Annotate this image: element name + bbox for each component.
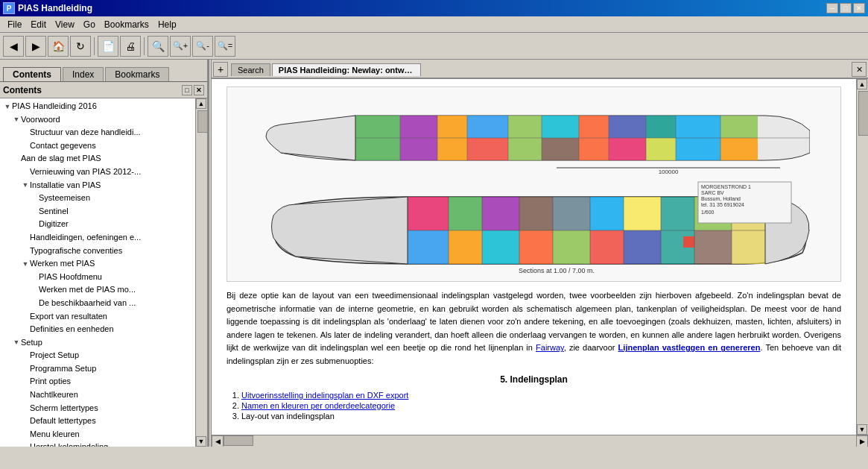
toolbar: ◀ ▶ 🏠 ↻ 📄 🖨 🔍 🔍+ 🔍- 🔍= [0, 33, 868, 60]
toolbar-separator-2 [144, 37, 145, 55]
doc-scroll-down[interactable]: ▼ [857, 424, 867, 435]
tree-item[interactable]: Menu kleuren [1, 428, 194, 441]
menu-help[interactable]: Help [153, 18, 181, 31]
tree-item[interactable]: Systeemeisen [1, 192, 194, 205]
tab-close-button[interactable]: ✕ [852, 62, 867, 77]
svg-text:1/600: 1/600 [701, 210, 715, 215]
doc-scroll-thumb[interactable] [858, 91, 868, 136]
svg-rect-36 [519, 197, 553, 230]
tree-item[interactable]: PIAS Hoofdmenu [1, 271, 194, 284]
new-tab-button[interactable]: + [213, 62, 228, 77]
tree-item[interactable]: Print opties [1, 375, 194, 388]
scroll-down-btn[interactable]: ▼ [196, 436, 206, 447]
tree-item[interactable]: ▼Setup [1, 336, 194, 350]
tree-item[interactable]: Vernieuwing van PIAS 2012-... [1, 166, 194, 179]
tree-item[interactable]: Default lettertypes [1, 415, 194, 428]
lijnenplan-link[interactable]: Lijnenplan vastleggen en genereren [618, 343, 761, 352]
tab-index[interactable]: Index [63, 67, 104, 81]
doc-scroll-track [857, 89, 868, 424]
scroll-up-btn[interactable]: ▲ [196, 98, 206, 109]
maximize-button[interactable]: □ [840, 3, 852, 13]
tree-item[interactable]: Sentinel [1, 205, 194, 218]
back-button[interactable]: ◀ [3, 36, 24, 57]
menu-file[interactable]: File [3, 18, 26, 31]
ship-diagrams: 100000 [226, 86, 841, 282]
tree-scrollbar[interactable]: ▲ ▼ [195, 98, 207, 447]
svg-text:Bussum, Holland: Bussum, Holland [701, 196, 741, 201]
tree-item[interactable]: Programma Setup [1, 362, 194, 376]
svg-rect-7 [542, 138, 579, 160]
tab-bookmarks[interactable]: Bookmarks [105, 67, 169, 81]
tree-item[interactable]: ▼Voorwoord [1, 113, 194, 127]
h-scroll-right[interactable]: ▶ [856, 435, 868, 447]
tree-item[interactable]: Nachtlkeuren [1, 388, 194, 402]
tree-item[interactable]: Digitizer [1, 218, 194, 231]
print-preview-button[interactable]: 📄 [98, 36, 118, 57]
forward-button[interactable]: ▶ [25, 36, 46, 57]
tree-item-label: Aan de slag met PIAS [21, 152, 101, 166]
close-panel-button[interactable]: ✕ [194, 85, 204, 95]
tree-item-label: PIAS Handleiding 2016 [12, 100, 97, 113]
zoom-in-button[interactable]: 🔍+ [170, 36, 191, 57]
svg-rect-46 [694, 230, 732, 264]
tree-item[interactable]: Scherm lettertypes [1, 402, 194, 415]
list-item-2: Namen en kleuren per onderdeelcategorie [241, 401, 841, 410]
menu-bookmarks[interactable]: Bookmarks [100, 18, 153, 31]
main-container: Contents Index Bookmarks Contents □ ✕ ▼P… [0, 60, 868, 447]
tree-item[interactable]: De beschikbaarheid van ... [1, 297, 194, 310]
find-button[interactable]: 🔍 [148, 36, 168, 57]
menu-go[interactable]: Go [79, 18, 100, 31]
tree-item[interactable]: ▼Werken met PIAS [1, 257, 194, 271]
svg-rect-9 [609, 116, 646, 138]
doc-scrollbar[interactable]: ▲ ▼ [856, 79, 868, 435]
tree-item-label: Print opties [30, 375, 71, 388]
h-scroll-thumb[interactable] [224, 435, 253, 446]
minimize-button[interactable]: ─ [826, 3, 838, 13]
zoom-out-button[interactable]: 🔍- [192, 36, 213, 57]
tab-search[interactable]: Search [231, 63, 270, 76]
doc-scroll-up[interactable]: ▲ [857, 79, 867, 89]
tree-item[interactable]: Aan de slag met PIAS [1, 152, 194, 166]
tree-item[interactable]: Handleidingen, oefeningen e... [1, 231, 194, 245]
tab-active-doc[interactable]: PIAS Handleiding: Newlay: ontwerp en geb… [272, 63, 421, 76]
scroll-track [196, 109, 207, 436]
tree-item-label: Export van resultaten [30, 310, 107, 324]
scroll-thumb[interactable] [197, 110, 207, 133]
tree-item[interactable]: Definities en eenheden [1, 323, 194, 336]
doc-content[interactable]: 100000 [212, 79, 856, 435]
toolbar-separator-1 [94, 37, 95, 55]
refresh-button[interactable]: ↻ [70, 36, 91, 57]
home-button[interactable]: 🏠 [48, 36, 69, 57]
list-link-1[interactable]: Uitvoerinsstelling indelingsplan en DXF … [241, 391, 408, 400]
menu-edit[interactable]: Edit [26, 18, 51, 31]
tree-item[interactable]: Structuur van deze handleidi... [1, 126, 194, 139]
left-panel: Contents Index Bookmarks Contents □ ✕ ▼P… [0, 60, 209, 447]
fairway-link[interactable]: Fairway [536, 343, 564, 352]
sync-button[interactable]: □ [182, 85, 192, 95]
tree-item-label: PIAS Hoofdmenu [39, 271, 102, 284]
list-link-2[interactable]: Namen en kleuren per onderdeelcategorie [241, 401, 395, 410]
tree-item-label: Setup [21, 336, 42, 350]
tree-item[interactable]: Herstel kolomindeling [1, 441, 194, 447]
zoom-reset-button[interactable]: 🔍= [215, 36, 235, 57]
svg-rect-3 [467, 116, 508, 138]
tree-item[interactable]: ▼PIAS Handleiding 2016 [1, 100, 194, 113]
ship-bottom-diagram: Sections at 1.00 / 7.00 m. MORGENSTROND … [259, 178, 810, 275]
svg-rect-32 [449, 197, 482, 230]
close-button[interactable]: ✕ [853, 3, 865, 13]
tree-item[interactable]: Contact gegevens [1, 139, 194, 153]
h-scroll-left[interactable]: ◀ [212, 435, 224, 447]
tree-item[interactable]: Typografische conventies [1, 245, 194, 258]
tree-item-label: Project Setup [30, 349, 79, 362]
print-button[interactable]: 🖨 [120, 36, 141, 57]
tree-container[interactable]: ▼PIAS Handleiding 2016 ▼Voorwoord Struct… [0, 98, 195, 447]
svg-text:tel. 31 35 6919024: tel. 31 35 6919024 [701, 202, 744, 207]
tree-item[interactable]: Werken met de PIAS mo... [1, 283, 194, 297]
svg-rect-40 [590, 197, 624, 230]
tree-item[interactable]: Export van resultaten [1, 310, 194, 324]
tree-item[interactable]: ▼Installatie van PIAS [1, 179, 194, 192]
tree-item[interactable]: Project Setup [1, 349, 194, 362]
tab-contents[interactable]: Contents [3, 67, 61, 81]
menu-view[interactable]: View [51, 18, 79, 31]
tree-item-label: Installatie van PIAS [30, 179, 101, 192]
